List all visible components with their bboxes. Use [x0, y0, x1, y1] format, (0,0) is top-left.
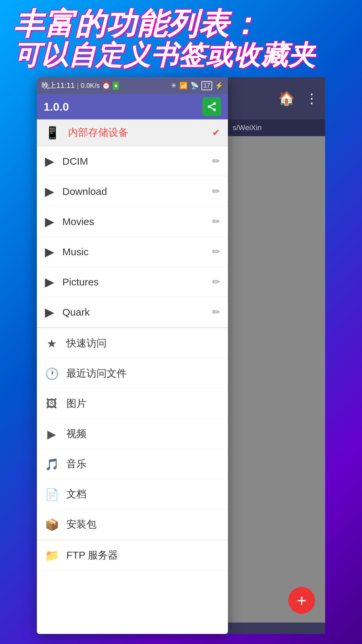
nav-item-recent[interactable]: 🕐 最近访问文件 [37, 359, 228, 389]
folder-item-quark[interactable]: ▶ Quark ✏ [37, 297, 228, 327]
edit-icon-movies[interactable]: ✏ [212, 216, 220, 227]
right-content [228, 136, 325, 623]
right-header: 🏠 ⋮ [228, 77, 325, 119]
wifi-icon: 📡 [190, 82, 199, 90]
alarm-icon: ⏰ [102, 81, 111, 90]
promo-line1: 丰富的功能列表： [13, 7, 260, 41]
sidebar: 📱 内部存储设备 ✔ ▶ DCIM ✏ ▶ Download ✏ ▶ Movie… [37, 119, 228, 571]
charge-icon: ⚡ [215, 82, 223, 90]
nav-item-documents[interactable]: 📄 文档 [37, 479, 228, 509]
folder-icon: ▶ [45, 184, 54, 199]
folder-icon: ▶ [45, 215, 54, 229]
folder-name-dcim: DCIM [62, 156, 212, 167]
ftp-icon: 📁 [45, 549, 58, 562]
folder-name-download: Download [62, 186, 212, 197]
document-icon: 📄 [45, 488, 58, 501]
nav-label-videos: 视频 [66, 427, 86, 441]
svg-point-2 [213, 108, 216, 111]
folder-icon: ▶ [45, 305, 54, 319]
folder-name-music: Music [62, 246, 212, 258]
share-icon [206, 101, 217, 112]
nav-label-recent: 最近访问文件 [66, 367, 127, 380]
fab-plus-icon: + [297, 592, 306, 609]
nav-label-music: 音乐 [66, 457, 86, 471]
nav-label-ftp: FTP 服务器 [66, 548, 118, 562]
check-icon: ✔ [212, 127, 220, 138]
notification-icon: ● [113, 82, 119, 90]
app-version: 1.0.0 [44, 100, 202, 113]
image-icon: 🖼 [45, 397, 58, 410]
status-icons: ✳ 📶 📡 17 ⚡ [171, 81, 223, 90]
home-icon[interactable]: 🏠 [278, 91, 295, 106]
status-separator: | [77, 81, 79, 90]
right-panel: 🏠 ⋮ s/WeiXin + [228, 77, 325, 634]
nav-item-videos[interactable]: ▶ 视频 [37, 419, 228, 449]
star-icon: ★ [45, 337, 58, 350]
folder-item-movies[interactable]: ▶ Movies ✏ [37, 207, 228, 237]
edit-icon-music[interactable]: ✏ [212, 246, 220, 257]
svg-line-3 [210, 107, 213, 109]
svg-point-1 [208, 105, 210, 108]
nav-label-documents: 文档 [66, 487, 86, 501]
history-icon: 🕐 [45, 367, 58, 380]
status-time: 晚上11:11 [42, 80, 75, 91]
nav-item-ftp[interactable]: 📁 FTP 服务器 [37, 540, 228, 571]
address-bar: s/WeiXin [228, 119, 325, 136]
app-mockup: 晚上11:11 | 0.0K/s ⏰ ● ✳ 📶 📡 17 ⚡ 1.0.0 [37, 77, 228, 634]
nav-label-apk: 安装包 [66, 518, 97, 531]
folder-name-pictures: Pictures [62, 276, 212, 288]
nav-label-pictures: 图片 [66, 397, 86, 411]
more-icon[interactable]: ⋮ [305, 91, 318, 106]
music-icon: 🎵 [45, 458, 58, 471]
nav-item-pictures[interactable]: 🖼 图片 [37, 389, 228, 419]
svg-point-0 [213, 102, 216, 105]
folder-icon: ▶ [45, 154, 54, 168]
share-button[interactable] [202, 97, 221, 116]
battery-icon: 17 [201, 81, 212, 90]
folder-section: ▶ DCIM ✏ ▶ Download ✏ ▶ Movies ✏ ▶ Music… [37, 146, 228, 328]
status-bar: 晚上11:11 | 0.0K/s ⏰ ● ✳ 📶 📡 17 ⚡ [37, 77, 228, 94]
nav-item-music[interactable]: 🎵 音乐 [37, 449, 228, 479]
nav-item-apk[interactable]: 📦 安装包 [37, 509, 228, 540]
nav-item-quickaccess[interactable]: ★ 快速访问 [37, 328, 228, 359]
signal-icon: 📶 [179, 82, 188, 90]
folder-icon: ▶ [45, 275, 54, 289]
svg-line-4 [210, 104, 213, 106]
storage-item[interactable]: 📱 内部存储设备 ✔ [37, 119, 228, 146]
edit-icon-download[interactable]: ✏ [212, 186, 220, 197]
promo-area: 丰富的功能列表： 可以自定义书签或收藏夹 [0, 0, 362, 77]
fab-button[interactable]: + [288, 587, 315, 614]
app-header: 1.0.0 [37, 94, 228, 119]
edit-icon-quark[interactable]: ✏ [212, 307, 220, 318]
address-text: s/WeiXin [233, 123, 261, 132]
promo-line2: 可以自定义书签或收藏夹 [13, 41, 316, 70]
bluetooth-icon: ✳ [171, 82, 177, 90]
video-icon: ▶ [45, 427, 58, 441]
phone-icon: 📱 [45, 126, 60, 140]
status-speed: 0.0K/s [81, 82, 100, 90]
folder-item-download[interactable]: ▶ Download ✏ [37, 176, 228, 207]
folder-name-movies: Movies [62, 216, 212, 227]
folder-item-music[interactable]: ▶ Music ✏ [37, 237, 228, 267]
edit-icon-pictures[interactable]: ✏ [212, 276, 220, 287]
folder-name-quark: Quark [62, 307, 212, 318]
folder-item-dcim[interactable]: ▶ DCIM ✏ [37, 146, 228, 176]
package-icon: 📦 [45, 518, 58, 531]
folder-icon: ▶ [45, 245, 54, 259]
edit-icon-dcim[interactable]: ✏ [212, 156, 220, 167]
storage-label: 内部存储设备 [68, 126, 212, 140]
nav-label-quickaccess: 快速访问 [66, 336, 107, 350]
folder-item-pictures[interactable]: ▶ Pictures ✏ [37, 267, 228, 297]
